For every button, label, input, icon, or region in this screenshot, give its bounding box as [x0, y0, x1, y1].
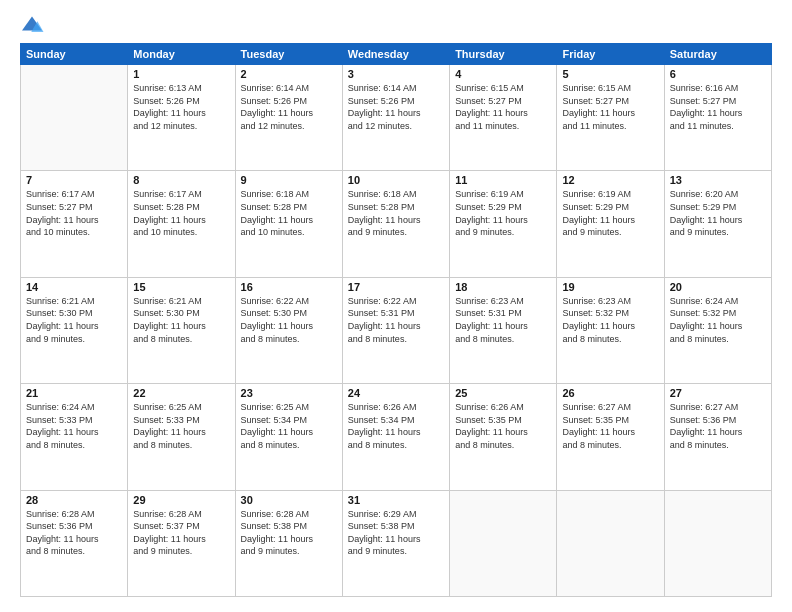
calendar-cell: 8Sunrise: 6:17 AM Sunset: 5:28 PM Daylig…: [128, 171, 235, 277]
day-info: Sunrise: 6:24 AM Sunset: 5:32 PM Dayligh…: [670, 295, 766, 345]
day-info: Sunrise: 6:25 AM Sunset: 5:33 PM Dayligh…: [133, 401, 229, 451]
day-number: 9: [241, 174, 337, 186]
header: [20, 15, 772, 35]
day-info: Sunrise: 6:15 AM Sunset: 5:27 PM Dayligh…: [562, 82, 658, 132]
week-row-3: 14Sunrise: 6:21 AM Sunset: 5:30 PM Dayli…: [21, 277, 772, 383]
calendar-cell: 7Sunrise: 6:17 AM Sunset: 5:27 PM Daylig…: [21, 171, 128, 277]
calendar-cell: 10Sunrise: 6:18 AM Sunset: 5:28 PM Dayli…: [342, 171, 449, 277]
calendar-cell: 14Sunrise: 6:21 AM Sunset: 5:30 PM Dayli…: [21, 277, 128, 383]
weekday-header-friday: Friday: [557, 44, 664, 65]
day-info: Sunrise: 6:19 AM Sunset: 5:29 PM Dayligh…: [455, 188, 551, 238]
day-number: 13: [670, 174, 766, 186]
day-info: Sunrise: 6:17 AM Sunset: 5:27 PM Dayligh…: [26, 188, 122, 238]
calendar-cell: 20Sunrise: 6:24 AM Sunset: 5:32 PM Dayli…: [664, 277, 771, 383]
day-number: 27: [670, 387, 766, 399]
calendar-cell: 18Sunrise: 6:23 AM Sunset: 5:31 PM Dayli…: [450, 277, 557, 383]
day-info: Sunrise: 6:28 AM Sunset: 5:36 PM Dayligh…: [26, 508, 122, 558]
day-number: 5: [562, 68, 658, 80]
calendar-cell: 16Sunrise: 6:22 AM Sunset: 5:30 PM Dayli…: [235, 277, 342, 383]
calendar-cell: 28Sunrise: 6:28 AM Sunset: 5:36 PM Dayli…: [21, 490, 128, 596]
calendar-cell: 25Sunrise: 6:26 AM Sunset: 5:35 PM Dayli…: [450, 384, 557, 490]
day-number: 18: [455, 281, 551, 293]
day-number: 3: [348, 68, 444, 80]
calendar-cell: 9Sunrise: 6:18 AM Sunset: 5:28 PM Daylig…: [235, 171, 342, 277]
weekday-header-monday: Monday: [128, 44, 235, 65]
calendar-cell: 29Sunrise: 6:28 AM Sunset: 5:37 PM Dayli…: [128, 490, 235, 596]
day-number: 4: [455, 68, 551, 80]
calendar-cell: 2Sunrise: 6:14 AM Sunset: 5:26 PM Daylig…: [235, 65, 342, 171]
calendar-cell: 30Sunrise: 6:28 AM Sunset: 5:38 PM Dayli…: [235, 490, 342, 596]
calendar-cell: 3Sunrise: 6:14 AM Sunset: 5:26 PM Daylig…: [342, 65, 449, 171]
week-row-2: 7Sunrise: 6:17 AM Sunset: 5:27 PM Daylig…: [21, 171, 772, 277]
day-info: Sunrise: 6:20 AM Sunset: 5:29 PM Dayligh…: [670, 188, 766, 238]
calendar-cell: [557, 490, 664, 596]
day-number: 21: [26, 387, 122, 399]
weekday-header-thursday: Thursday: [450, 44, 557, 65]
day-info: Sunrise: 6:24 AM Sunset: 5:33 PM Dayligh…: [26, 401, 122, 451]
day-info: Sunrise: 6:18 AM Sunset: 5:28 PM Dayligh…: [348, 188, 444, 238]
day-number: 2: [241, 68, 337, 80]
weekday-header-row: SundayMondayTuesdayWednesdayThursdayFrid…: [21, 44, 772, 65]
day-number: 22: [133, 387, 229, 399]
day-info: Sunrise: 6:23 AM Sunset: 5:31 PM Dayligh…: [455, 295, 551, 345]
day-info: Sunrise: 6:15 AM Sunset: 5:27 PM Dayligh…: [455, 82, 551, 132]
day-number: 15: [133, 281, 229, 293]
calendar-cell: [450, 490, 557, 596]
calendar-cell: 23Sunrise: 6:25 AM Sunset: 5:34 PM Dayli…: [235, 384, 342, 490]
day-number: 25: [455, 387, 551, 399]
day-number: 19: [562, 281, 658, 293]
calendar-cell: 26Sunrise: 6:27 AM Sunset: 5:35 PM Dayli…: [557, 384, 664, 490]
day-info: Sunrise: 6:28 AM Sunset: 5:38 PM Dayligh…: [241, 508, 337, 558]
day-number: 24: [348, 387, 444, 399]
day-number: 28: [26, 494, 122, 506]
day-info: Sunrise: 6:18 AM Sunset: 5:28 PM Dayligh…: [241, 188, 337, 238]
day-info: Sunrise: 6:27 AM Sunset: 5:36 PM Dayligh…: [670, 401, 766, 451]
week-row-5: 28Sunrise: 6:28 AM Sunset: 5:36 PM Dayli…: [21, 490, 772, 596]
calendar-cell: [664, 490, 771, 596]
weekday-header-sunday: Sunday: [21, 44, 128, 65]
calendar-cell: 11Sunrise: 6:19 AM Sunset: 5:29 PM Dayli…: [450, 171, 557, 277]
calendar-cell: 13Sunrise: 6:20 AM Sunset: 5:29 PM Dayli…: [664, 171, 771, 277]
logo-icon: [20, 15, 44, 35]
calendar-cell: 24Sunrise: 6:26 AM Sunset: 5:34 PM Dayli…: [342, 384, 449, 490]
day-number: 7: [26, 174, 122, 186]
day-info: Sunrise: 6:21 AM Sunset: 5:30 PM Dayligh…: [26, 295, 122, 345]
day-info: Sunrise: 6:29 AM Sunset: 5:38 PM Dayligh…: [348, 508, 444, 558]
calendar-cell: 22Sunrise: 6:25 AM Sunset: 5:33 PM Dayli…: [128, 384, 235, 490]
calendar-cell: 15Sunrise: 6:21 AM Sunset: 5:30 PM Dayli…: [128, 277, 235, 383]
calendar-cell: [21, 65, 128, 171]
calendar-cell: 17Sunrise: 6:22 AM Sunset: 5:31 PM Dayli…: [342, 277, 449, 383]
day-info: Sunrise: 6:27 AM Sunset: 5:35 PM Dayligh…: [562, 401, 658, 451]
weekday-header-tuesday: Tuesday: [235, 44, 342, 65]
day-info: Sunrise: 6:14 AM Sunset: 5:26 PM Dayligh…: [241, 82, 337, 132]
day-info: Sunrise: 6:21 AM Sunset: 5:30 PM Dayligh…: [133, 295, 229, 345]
week-row-1: 1Sunrise: 6:13 AM Sunset: 5:26 PM Daylig…: [21, 65, 772, 171]
day-info: Sunrise: 6:26 AM Sunset: 5:34 PM Dayligh…: [348, 401, 444, 451]
day-info: Sunrise: 6:23 AM Sunset: 5:32 PM Dayligh…: [562, 295, 658, 345]
day-info: Sunrise: 6:28 AM Sunset: 5:37 PM Dayligh…: [133, 508, 229, 558]
day-number: 14: [26, 281, 122, 293]
day-number: 20: [670, 281, 766, 293]
calendar-cell: 27Sunrise: 6:27 AM Sunset: 5:36 PM Dayli…: [664, 384, 771, 490]
day-number: 11: [455, 174, 551, 186]
day-info: Sunrise: 6:19 AM Sunset: 5:29 PM Dayligh…: [562, 188, 658, 238]
day-number: 31: [348, 494, 444, 506]
calendar-cell: 5Sunrise: 6:15 AM Sunset: 5:27 PM Daylig…: [557, 65, 664, 171]
day-info: Sunrise: 6:14 AM Sunset: 5:26 PM Dayligh…: [348, 82, 444, 132]
logo: [20, 15, 48, 35]
weekday-header-saturday: Saturday: [664, 44, 771, 65]
calendar-cell: 19Sunrise: 6:23 AM Sunset: 5:32 PM Dayli…: [557, 277, 664, 383]
day-info: Sunrise: 6:22 AM Sunset: 5:31 PM Dayligh…: [348, 295, 444, 345]
day-number: 12: [562, 174, 658, 186]
day-info: Sunrise: 6:13 AM Sunset: 5:26 PM Dayligh…: [133, 82, 229, 132]
day-number: 30: [241, 494, 337, 506]
day-info: Sunrise: 6:17 AM Sunset: 5:28 PM Dayligh…: [133, 188, 229, 238]
day-number: 8: [133, 174, 229, 186]
day-info: Sunrise: 6:26 AM Sunset: 5:35 PM Dayligh…: [455, 401, 551, 451]
day-number: 1: [133, 68, 229, 80]
day-number: 6: [670, 68, 766, 80]
day-number: 17: [348, 281, 444, 293]
day-info: Sunrise: 6:16 AM Sunset: 5:27 PM Dayligh…: [670, 82, 766, 132]
calendar-cell: 12Sunrise: 6:19 AM Sunset: 5:29 PM Dayli…: [557, 171, 664, 277]
day-info: Sunrise: 6:22 AM Sunset: 5:30 PM Dayligh…: [241, 295, 337, 345]
